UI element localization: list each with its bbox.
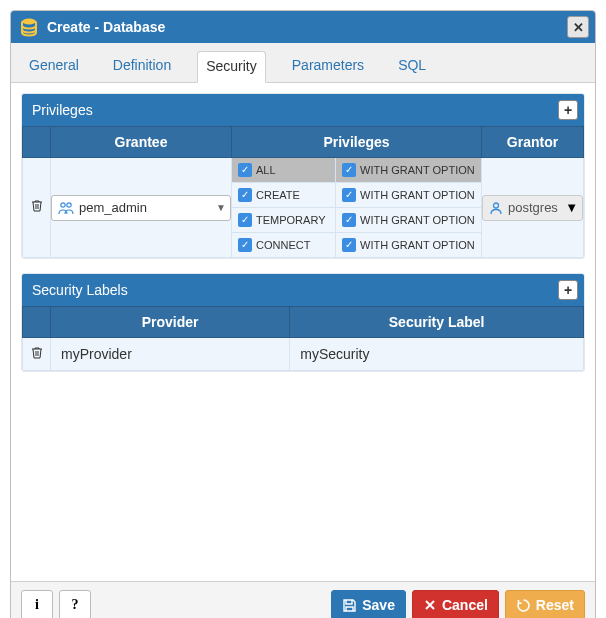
priv-all-label: ALL bbox=[256, 164, 276, 176]
priv-connect-wgo: WITH GRANT OPTION bbox=[360, 239, 475, 251]
cancel-button[interactable]: Cancel bbox=[412, 590, 499, 618]
priv-create-wgo: WITH GRANT OPTION bbox=[360, 189, 475, 201]
grantor-value: postgres bbox=[508, 200, 565, 215]
privilege-row: pem_admin ▼ ALL WITH GRANT OPTION CREATE bbox=[23, 158, 584, 258]
security-labels-panel: Security Labels + Provider Security Labe… bbox=[21, 273, 585, 372]
grantee-select[interactable]: pem_admin ▼ bbox=[51, 195, 231, 221]
checkbox-temporary[interactable] bbox=[238, 213, 252, 227]
tab-security[interactable]: Security bbox=[197, 51, 266, 83]
reset-label: Reset bbox=[536, 597, 574, 613]
priv-temporary-label: TEMPORARY bbox=[256, 214, 325, 226]
reset-icon bbox=[516, 598, 531, 613]
add-privilege-button[interactable]: + bbox=[558, 100, 578, 120]
col-grantee: Grantee bbox=[51, 127, 232, 158]
titlebar: Create - Database ✕ bbox=[11, 11, 595, 43]
grantor-select[interactable]: postgres ▼ bbox=[482, 195, 583, 221]
users-icon bbox=[58, 201, 74, 215]
checkbox-temporary-wgo[interactable] bbox=[342, 213, 356, 227]
priv-all-wgo: WITH GRANT OPTION bbox=[360, 164, 475, 176]
dialog-footer: i ? Save Cancel Reset bbox=[11, 581, 595, 618]
create-database-dialog: Create - Database ✕ General Definition S… bbox=[10, 10, 596, 618]
user-icon bbox=[489, 201, 503, 215]
provider-cell[interactable]: myProvider bbox=[51, 338, 290, 371]
priv-connect-label: CONNECT bbox=[256, 239, 310, 251]
info-button[interactable]: i bbox=[21, 590, 53, 618]
dialog-body: Privileges + Grantee Privileges Grantor bbox=[11, 83, 595, 581]
security-label-row: myProvider mySecurity bbox=[23, 338, 584, 371]
col-delete bbox=[23, 127, 51, 158]
grantee-value: pem_admin bbox=[79, 200, 216, 215]
checkbox-connect[interactable] bbox=[238, 238, 252, 252]
security-labels-title: Security Labels bbox=[32, 282, 558, 298]
priv-connect-row: CONNECT WITH GRANT OPTION bbox=[232, 233, 481, 257]
checkbox-all-wgo[interactable] bbox=[342, 163, 356, 177]
add-security-label-button[interactable]: + bbox=[558, 280, 578, 300]
tab-definition[interactable]: Definition bbox=[105, 51, 179, 82]
checkbox-all[interactable] bbox=[238, 163, 252, 177]
cancel-icon bbox=[423, 598, 437, 612]
security-label-cell[interactable]: mySecurity bbox=[290, 338, 584, 371]
save-label: Save bbox=[362, 597, 395, 613]
checkbox-create[interactable] bbox=[238, 188, 252, 202]
svg-point-2 bbox=[67, 202, 71, 206]
checkbox-create-wgo[interactable] bbox=[342, 188, 356, 202]
priv-temporary-wgo: WITH GRANT OPTION bbox=[360, 214, 475, 226]
delete-row-button[interactable] bbox=[30, 201, 44, 216]
chevron-down-icon: ▼ bbox=[565, 200, 578, 215]
tab-bar: General Definition Security Parameters S… bbox=[11, 43, 595, 83]
reset-button[interactable]: Reset bbox=[505, 590, 585, 618]
svg-point-1 bbox=[61, 202, 65, 206]
tab-general[interactable]: General bbox=[21, 51, 87, 82]
col-grantor: Grantor bbox=[482, 127, 584, 158]
privileges-panel: Privileges + Grantee Privileges Grantor bbox=[21, 93, 585, 259]
cancel-label: Cancel bbox=[442, 597, 488, 613]
priv-temporary-row: TEMPORARY WITH GRANT OPTION bbox=[232, 208, 481, 233]
tab-parameters[interactable]: Parameters bbox=[284, 51, 372, 82]
priv-all-row: ALL WITH GRANT OPTION bbox=[232, 158, 481, 183]
close-button[interactable]: ✕ bbox=[567, 16, 589, 38]
delete-row-button[interactable] bbox=[30, 347, 44, 363]
priv-create-row: CREATE WITH GRANT OPTION bbox=[232, 183, 481, 208]
priv-create-label: CREATE bbox=[256, 189, 300, 201]
svg-point-3 bbox=[494, 203, 499, 208]
chevron-down-icon: ▼ bbox=[216, 202, 226, 213]
col-provider: Provider bbox=[51, 307, 290, 338]
tab-sql[interactable]: SQL bbox=[390, 51, 434, 82]
dialog-title: Create - Database bbox=[47, 19, 567, 35]
database-icon bbox=[19, 17, 39, 37]
save-icon bbox=[342, 598, 357, 613]
privileges-header: Privileges + bbox=[22, 94, 584, 126]
help-button[interactable]: ? bbox=[59, 590, 91, 618]
col-delete bbox=[23, 307, 51, 338]
col-security-label: Security Label bbox=[290, 307, 584, 338]
col-privileges: Privileges bbox=[232, 127, 482, 158]
save-button[interactable]: Save bbox=[331, 590, 406, 618]
privileges-table: Grantee Privileges Grantor pem_adm bbox=[22, 126, 584, 258]
svg-point-0 bbox=[22, 19, 36, 25]
checkbox-connect-wgo[interactable] bbox=[342, 238, 356, 252]
privileges-title: Privileges bbox=[32, 102, 558, 118]
security-labels-header: Security Labels + bbox=[22, 274, 584, 306]
security-labels-table: Provider Security Label myProvider mySec… bbox=[22, 306, 584, 371]
